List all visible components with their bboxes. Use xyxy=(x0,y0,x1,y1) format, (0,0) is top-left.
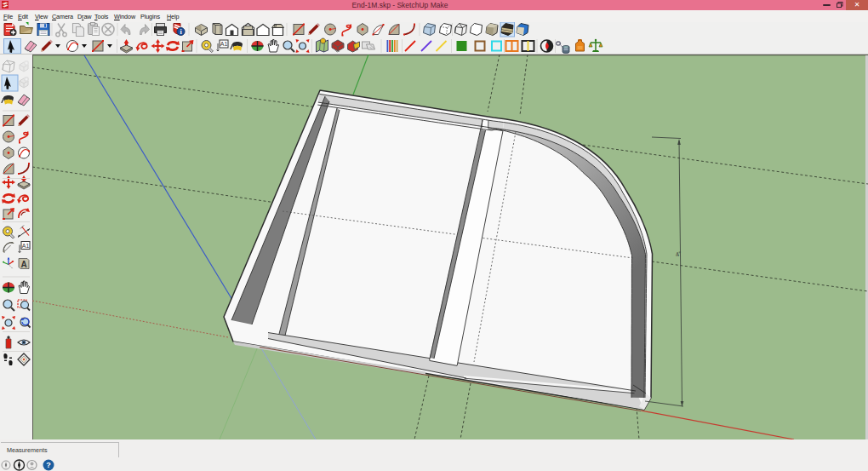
svg-text:?: ? xyxy=(46,461,51,469)
svg-text:A1: A1 xyxy=(22,243,30,249)
svg-text:A: A xyxy=(20,260,26,269)
svg-text:A1: A1 xyxy=(220,41,228,47)
